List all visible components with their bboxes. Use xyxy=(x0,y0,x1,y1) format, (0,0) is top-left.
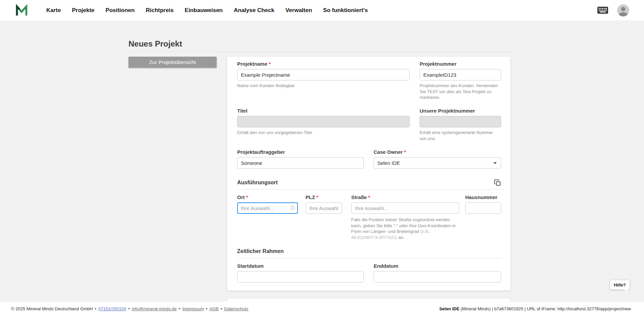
field-projektnummer: Projektnummer Projektnummer des Kunden. … xyxy=(420,61,501,101)
zeitlicher-rahmen-title: Zeitlicher Rahmen xyxy=(237,248,284,255)
case-owner-label: Case Owner xyxy=(374,149,403,155)
field-projektauftraggeber: Projektauftraggeber xyxy=(237,149,364,169)
project-form-card: Projektname* Name vom Kunden festlegbar … xyxy=(227,57,511,291)
nav-item-so-funktionierts[interactable]: So funktioniert's xyxy=(323,7,368,14)
section-ausfuehrungsort: Ausführungsort xyxy=(237,179,501,190)
separator: • xyxy=(179,306,180,311)
projektnummer-label: Projektnummer xyxy=(420,61,457,67)
footer-right: Selen IDE (Mineral Minds) | b7a673601925… xyxy=(439,306,631,311)
field-strasse: Straße* Falls die Position keiner Straße… xyxy=(351,194,459,240)
field-case-owner: Case Owner* Selen IDE xyxy=(374,149,501,169)
titel-input xyxy=(237,116,410,127)
titel-helper: Erhält den von uns vorgegebenen Titel. xyxy=(237,130,410,136)
brand-logo-icon[interactable] xyxy=(15,3,29,17)
case-owner-selected-value: Selen IDE xyxy=(377,160,400,166)
chevron-down-icon xyxy=(493,162,497,164)
field-startdatum: Startdatum xyxy=(237,263,364,282)
startdatum-input[interactable] xyxy=(237,271,364,282)
projektauftraggeber-label: Projektauftraggeber xyxy=(237,149,285,155)
required-asterisk: * xyxy=(269,61,271,67)
field-plz: PLZ* xyxy=(306,194,342,214)
phone-link[interactable]: 07151/250100 xyxy=(98,306,126,311)
strasse-helper: Falls die Position keiner Straße zugeord… xyxy=(351,217,459,240)
field-projektname: Projektname* Name vom Kunden festlegbar xyxy=(237,61,410,89)
copy-icon[interactable] xyxy=(494,179,501,186)
impressum-link[interactable]: Impressum xyxy=(182,306,204,311)
unsere-projektnummer-input xyxy=(420,116,501,127)
required-asterisk: * xyxy=(368,194,370,200)
separator: • xyxy=(221,306,222,311)
user-avatar[interactable] xyxy=(617,4,629,16)
field-ort: Ort* xyxy=(237,194,298,214)
enddatum-label: Enddatum xyxy=(374,263,398,269)
field-hausnummer: Hausnummer xyxy=(465,194,501,214)
copyright-text: © 2025 Mineral Minds Deutschland GmbH xyxy=(11,306,93,311)
strasse-input[interactable] xyxy=(351,202,459,214)
plz-label: PLZ xyxy=(306,194,315,200)
nav-item-einbauweisen[interactable]: Einbauweisen xyxy=(185,7,223,14)
nav-item-karte[interactable]: Karte xyxy=(46,7,61,14)
required-asterisk: * xyxy=(316,194,318,200)
help-label: Hilfe? xyxy=(614,282,626,288)
projektnummer-helper: Projektnummer des Kunden. Verwenden Sie … xyxy=(420,83,501,101)
startdatum-label: Startdatum xyxy=(237,263,264,269)
projektauftraggeber-input[interactable] xyxy=(237,157,364,169)
required-asterisk: * xyxy=(404,149,406,155)
required-asterisk: * xyxy=(246,194,248,200)
field-titel: Titel Erhält den von uns vorgegebenen Ti… xyxy=(237,108,410,136)
session-info: (Mineral Minds) | b7a673601925 | URL of … xyxy=(460,306,631,311)
unsere-projektnummer-helper: Erhält eine systemgenerierte Nummer von … xyxy=(420,130,501,141)
nav-item-analyse-check[interactable]: Analyse Check xyxy=(234,7,274,14)
nav-item-verwalten[interactable]: Verwalten xyxy=(285,7,312,14)
hausnummer-label: Hausnummer xyxy=(465,194,497,200)
separator: • xyxy=(95,306,97,311)
navbar-right-actions xyxy=(597,0,629,20)
titel-label: Titel xyxy=(237,108,248,114)
agb-link[interactable]: AGB xyxy=(209,306,218,311)
case-owner-select[interactable]: Selen IDE xyxy=(374,157,501,169)
projektname-label: Projektname xyxy=(237,61,267,67)
section-divider xyxy=(237,189,501,190)
help-button[interactable]: Hilfe? xyxy=(610,280,630,290)
session-user: Selen IDE xyxy=(439,306,460,311)
loading-spinner-icon xyxy=(290,206,295,210)
title-divider xyxy=(128,52,511,52)
unsere-projektnummer-label: Unsere Projektnummer xyxy=(420,108,475,114)
ort-label: Ort xyxy=(237,194,245,200)
top-navbar: Karte Projekte Positionen Richtpreis Ein… xyxy=(0,0,644,20)
separator: • xyxy=(128,306,130,311)
footer: © 2025 Mineral Minds Deutschland GmbH • … xyxy=(0,302,644,316)
back-to-projects-button[interactable]: Zur Projektübersicht xyxy=(128,57,217,68)
projektname-helper: Name vom Kunden festlegbar xyxy=(237,83,410,89)
datenschutz-link[interactable]: Datenschutz xyxy=(224,306,248,311)
plz-input[interactable] xyxy=(306,202,342,214)
nav-item-richtpreis[interactable]: Richtpreis xyxy=(146,7,173,14)
projektname-input[interactable] xyxy=(237,69,410,80)
ort-input[interactable] xyxy=(237,202,298,214)
projektnummer-input[interactable] xyxy=(420,69,501,80)
section-zeitlicher-rahmen: Zeitlicher Rahmen xyxy=(237,248,501,258)
nav-item-positionen[interactable]: Positionen xyxy=(106,7,135,14)
main-nav: Karte Projekte Positionen Richtpreis Ein… xyxy=(46,0,368,20)
person-icon xyxy=(617,4,629,16)
separator: • xyxy=(206,306,208,311)
section-divider xyxy=(237,258,501,258)
enddatum-input[interactable] xyxy=(374,271,501,282)
nav-item-projekte[interactable]: Projekte xyxy=(72,7,94,14)
email-link[interactable]: info@mineral-minds.de xyxy=(132,306,177,311)
ausfuehrungsort-title: Ausführungsort xyxy=(237,179,278,186)
keyboard-icon[interactable] xyxy=(597,6,608,14)
bubble-tail xyxy=(624,287,629,292)
strasse-label: Straße xyxy=(351,194,367,200)
footer-left: © 2025 Mineral Minds Deutschland GmbH • … xyxy=(11,306,249,311)
hausnummer-input[interactable] xyxy=(465,202,501,214)
field-unsere-projektnummer: Unsere Projektnummer Erhält eine systemg… xyxy=(420,108,501,141)
field-enddatum: Enddatum xyxy=(374,263,501,282)
page-title: Neues Projekt xyxy=(128,39,182,49)
